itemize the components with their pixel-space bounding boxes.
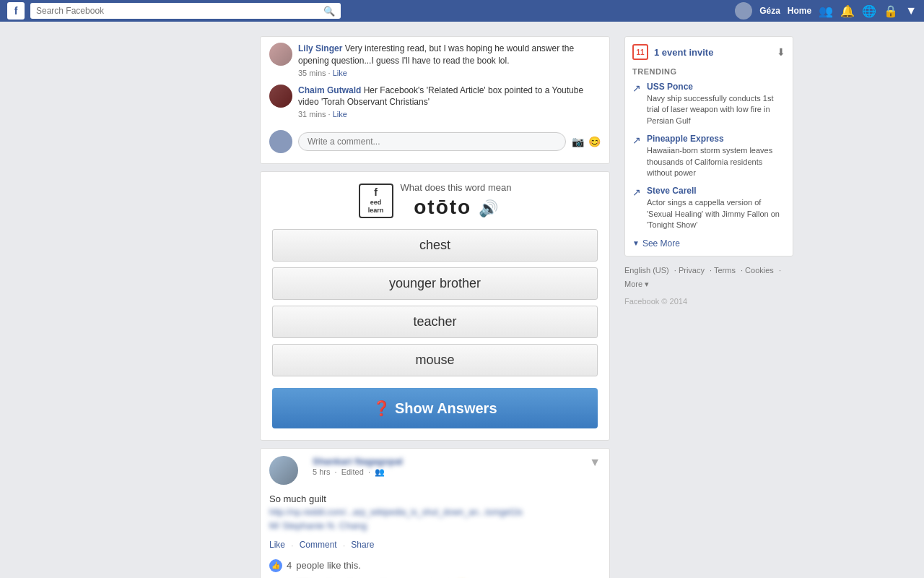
post-meta-area: Shankari Nagagopal 5 hrs · Edited · 👥 <box>313 456 403 477</box>
navbar: f 🔍 Géza Home 👥 🔔 🌐 🔒 ▼ <box>0 0 924 22</box>
post-mention: M/ Stephanie N. Chang <box>269 520 601 531</box>
post-body: So much guilt http://np.reddit.com/...ar… <box>261 489 609 537</box>
post-actions: Like · Comment · Share <box>261 537 609 556</box>
list-item: ↗ USS Ponce Navy ship successfully condu… <box>632 82 785 126</box>
page-container: Lily Singer Very interesting read, but I… <box>0 0 924 578</box>
comment-action[interactable]: Comment <box>300 540 337 551</box>
comment-meta: 35 mins · Like <box>298 69 601 77</box>
emoji-icon[interactable]: 😊 <box>588 136 601 147</box>
trending-item-desc: Navy ship successfully conducts 1st tria… <box>647 93 785 126</box>
post-likes: 👍 4 people like this. <box>261 556 609 578</box>
navbar-username: Géza <box>759 6 780 16</box>
right-sidebar: 11 1 event invite ⬇ TRENDING ↗ USS Ponce… <box>617 29 801 578</box>
comment-input[interactable] <box>298 132 566 151</box>
trending-content: USS Ponce Navy ship successfully conduct… <box>647 82 785 126</box>
calendar-icon: 11 <box>632 44 648 60</box>
search-box[interactable]: 🔍 <box>30 3 341 19</box>
post-author: Shankari Nagagopal <box>313 456 403 467</box>
post-meta: 5 hrs · Edited · 👥 <box>313 467 403 477</box>
quiz-option-teacher[interactable]: teacher <box>272 306 598 338</box>
avatar <box>269 130 292 153</box>
comment-input-icons: 📷 😊 <box>572 136 601 147</box>
quiz-header: f eed learn What does this word mean otō… <box>261 172 609 223</box>
post-edited: Edited <box>341 467 364 476</box>
dropdown-icon[interactable]: ▼ <box>905 4 917 17</box>
avatar <box>269 43 292 66</box>
list-item: ↗ Steve Carell Actor sings a cappella ve… <box>632 186 785 230</box>
avatar <box>269 456 298 485</box>
trending-item-title[interactable]: USS Ponce <box>647 82 785 92</box>
home-link[interactable]: Home <box>788 6 811 16</box>
globe-icon[interactable]: 🌐 <box>862 4 876 18</box>
trending-item-desc: Hawaiian-born storm system leaves thousa… <box>647 145 785 178</box>
footer-link-more[interactable]: More ▾ <box>624 280 649 288</box>
collapse-icon[interactable]: ▼ <box>589 456 601 469</box>
show-answers-button[interactable]: ❓ Show Answers <box>272 388 598 428</box>
trending-content: Pineapple Express Hawaiian-born storm sy… <box>647 134 785 178</box>
friends-icon[interactable]: 👥 <box>819 4 833 18</box>
trending-item-title[interactable]: Steve Carell <box>647 186 785 196</box>
search-input[interactable] <box>36 6 323 16</box>
event-invite-card: 11 1 event invite ⬇ TRENDING ↗ USS Ponce… <box>624 36 793 256</box>
share-action[interactable]: Share <box>351 540 374 551</box>
arrow-down-icon: ▼ <box>632 239 640 247</box>
quiz-options: chest younger brother teacher mouse <box>261 223 609 388</box>
footer-link-privacy[interactable]: Privacy <box>679 266 705 275</box>
post-author-area: Shankari Nagagopal 5 hrs · Edited · 👥 <box>269 456 403 485</box>
likes-text: people like this. <box>296 560 361 571</box>
comments-section: Lily Singer Very interesting read, but I… <box>261 37 609 163</box>
notifications-icon[interactable]: 🔔 <box>840 4 855 18</box>
show-answers-label: Show Answers <box>395 400 497 416</box>
quiz-option-mouse[interactable]: mouse <box>272 344 598 376</box>
post-card: Shankari Nagagopal 5 hrs · Edited · 👥 ▼ … <box>260 448 610 578</box>
quiz-subtitle: What does this word mean <box>401 182 512 193</box>
comments-card: Lily Singer Very interesting read, but I… <box>260 36 610 164</box>
main-feed: Lily Singer Very interesting read, but I… <box>0 29 617 578</box>
list-item: Chaim Gutwald Her Facebook's 'Related Ar… <box>269 85 601 119</box>
quiz-option-chest[interactable]: chest <box>272 229 598 262</box>
list-item: Lily Singer Very interesting read, but I… <box>269 43 601 77</box>
download-icon[interactable]: ⬇ <box>777 46 785 58</box>
lock-icon[interactable]: 🔒 <box>884 4 898 18</box>
comment-author: Chaim Gutwald <box>298 85 361 95</box>
see-more-link[interactable]: ▼ See More <box>632 238 785 249</box>
quiz-card: f eed learn What does this word mean otō… <box>260 171 610 441</box>
trending-title: TRENDING <box>632 67 785 76</box>
event-invite: 11 1 event invite ⬇ <box>632 44 785 60</box>
like-link[interactable]: Like <box>333 110 347 118</box>
camera-icon[interactable]: 📷 <box>572 136 584 147</box>
speaker-icon[interactable]: 🔊 <box>479 199 498 217</box>
facebook-logo: f <box>7 2 25 20</box>
footer-link-cookies[interactable]: Cookies <box>745 266 774 275</box>
navbar-right: Géza Home 👥 🔔 🌐 🔒 ▼ <box>735 2 917 20</box>
post-link: http://np.reddit.com/...arp_wikipedia_is… <box>269 506 601 517</box>
comment-text: Chaim Gutwald Her Facebook's 'Related Ar… <box>298 85 601 109</box>
like-link[interactable]: Like <box>333 69 347 77</box>
comment-text: Lily Singer Very interesting read, but I… <box>298 43 601 67</box>
like-thumb-icon: 👍 <box>269 559 282 572</box>
trending-arrow-icon: ↗ <box>632 82 641 94</box>
avatar <box>735 2 752 20</box>
quiz-title-area: What does this word mean otōto 🔊 <box>401 182 512 219</box>
event-invite-left: 11 1 event invite <box>632 44 713 60</box>
quiz-option-younger-brother[interactable]: younger brother <box>272 267 598 300</box>
trending-item-title[interactable]: Pineapple Express <box>647 134 785 144</box>
comment-meta: 31 mins · Like <box>298 110 601 118</box>
comment-author: Lily Singer <box>298 43 342 53</box>
comment-body: Lily Singer Very interesting read, but I… <box>298 43 601 77</box>
trending-content: Steve Carell Actor sings a cappella vers… <box>647 186 785 230</box>
trending-section: TRENDING ↗ USS Ponce Navy ship successfu… <box>632 67 785 249</box>
comment-body: Chaim Gutwald Her Facebook's 'Related Ar… <box>298 85 601 119</box>
see-more-label: See More <box>642 238 680 249</box>
like-action[interactable]: Like <box>269 540 285 551</box>
post-header: Shankari Nagagopal 5 hrs · Edited · 👥 ▼ <box>261 449 609 489</box>
footer-link-terms[interactable]: Terms <box>714 266 736 275</box>
trending-arrow-icon: ↗ <box>632 186 641 198</box>
likes-count: 4 <box>287 560 292 571</box>
quiz-logo: f eed learn <box>359 184 393 218</box>
quiz-word: otōto <box>414 196 471 218</box>
footer-link-english[interactable]: English (US) <box>624 266 669 275</box>
post-link-url[interactable]: http://np.reddit.com/...arp_wikipedia_is… <box>269 507 523 517</box>
event-invite-text[interactable]: 1 event invite <box>654 47 713 58</box>
footer-links: English (US) · Privacy · Terms · Cookies… <box>624 264 793 309</box>
